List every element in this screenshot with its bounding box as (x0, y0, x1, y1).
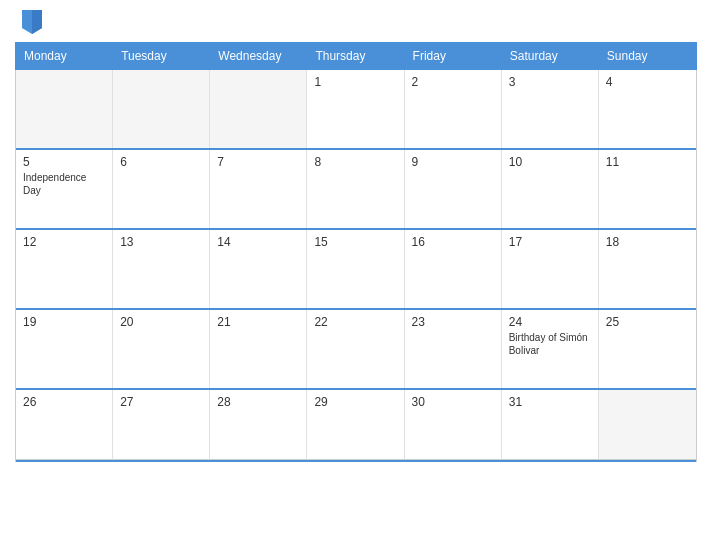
calendar-cell: 29 (307, 390, 404, 460)
calendar-cell: 12 (16, 230, 113, 308)
calendar-cell: 10 (502, 150, 599, 228)
calendar-container: MondayTuesdayWednesdayThursdayFridaySatu… (0, 0, 712, 550)
calendar-cell: 17 (502, 230, 599, 308)
calendar-cell: 8 (307, 150, 404, 228)
day-header-thursday: Thursday (307, 43, 404, 69)
cell-day-number: 25 (606, 315, 689, 329)
calendar-cell (113, 70, 210, 148)
cell-day-number: 17 (509, 235, 591, 249)
svg-marker-1 (32, 10, 42, 34)
cell-day-number: 2 (412, 75, 494, 89)
calendar-cell: 5Independence Day (16, 150, 113, 228)
cell-day-number: 9 (412, 155, 494, 169)
cell-day-number: 6 (120, 155, 202, 169)
calendar-cell (16, 70, 113, 148)
calendar-cell: 11 (599, 150, 696, 228)
calendar-cell: 31 (502, 390, 599, 460)
cell-day-number: 8 (314, 155, 396, 169)
cell-day-number: 22 (314, 315, 396, 329)
day-header-saturday: Saturday (502, 43, 599, 69)
calendar-cell (599, 390, 696, 460)
cell-day-number: 31 (509, 395, 591, 409)
logo (20, 10, 42, 34)
day-header-wednesday: Wednesday (210, 43, 307, 69)
calendar-cell: 9 (405, 150, 502, 228)
cell-day-number: 30 (412, 395, 494, 409)
cell-day-number: 14 (217, 235, 299, 249)
cell-day-number: 10 (509, 155, 591, 169)
day-header-tuesday: Tuesday (113, 43, 210, 69)
calendar-cell: 26 (16, 390, 113, 460)
calendar-week-1: 1234 (16, 70, 696, 150)
cell-day-number: 1 (314, 75, 396, 89)
calendar-cell: 7 (210, 150, 307, 228)
calendar-week-2: 5Independence Day67891011 (16, 150, 696, 230)
cell-day-number: 12 (23, 235, 105, 249)
calendar-cell: 15 (307, 230, 404, 308)
calendar-cell: 19 (16, 310, 113, 388)
calendar-cell: 30 (405, 390, 502, 460)
cell-day-number: 20 (120, 315, 202, 329)
cell-day-number: 26 (23, 395, 105, 409)
day-header-sunday: Sunday (599, 43, 696, 69)
logo-icon (22, 10, 42, 34)
calendar-week-5: 262728293031 (16, 390, 696, 462)
calendar-week-4: 192021222324Birthday of Simón Bolivar25 (16, 310, 696, 390)
cell-day-number: 13 (120, 235, 202, 249)
cell-day-number: 24 (509, 315, 591, 329)
calendar-cell: 2 (405, 70, 502, 148)
cell-event: Birthday of Simón Bolivar (509, 331, 591, 357)
day-header-monday: Monday (16, 43, 113, 69)
calendar-cell: 20 (113, 310, 210, 388)
calendar-cell: 27 (113, 390, 210, 460)
cell-day-number: 21 (217, 315, 299, 329)
calendar-cell: 14 (210, 230, 307, 308)
cell-day-number: 23 (412, 315, 494, 329)
cell-day-number: 27 (120, 395, 202, 409)
cell-day-number: 18 (606, 235, 689, 249)
calendar-cell: 16 (405, 230, 502, 308)
cell-day-number: 7 (217, 155, 299, 169)
calendar-cell: 13 (113, 230, 210, 308)
calendar-cell: 24Birthday of Simón Bolivar (502, 310, 599, 388)
cell-day-number: 11 (606, 155, 689, 169)
calendar-cell: 22 (307, 310, 404, 388)
cell-day-number: 16 (412, 235, 494, 249)
cell-day-number: 19 (23, 315, 105, 329)
calendar-cell: 4 (599, 70, 696, 148)
calendar-week-3: 12131415161718 (16, 230, 696, 310)
calendar-cell: 28 (210, 390, 307, 460)
cell-day-number: 28 (217, 395, 299, 409)
calendar-cell: 23 (405, 310, 502, 388)
calendar-grid: 12345Independence Day6789101112131415161… (15, 70, 697, 462)
calendar-header (15, 10, 697, 34)
cell-day-number: 4 (606, 75, 689, 89)
cell-event: Independence Day (23, 171, 105, 197)
day-header-friday: Friday (405, 43, 502, 69)
calendar-cell: 21 (210, 310, 307, 388)
calendar-cell: 6 (113, 150, 210, 228)
calendar-cell (210, 70, 307, 148)
calendar-cell: 3 (502, 70, 599, 148)
cell-day-number: 3 (509, 75, 591, 89)
cell-day-number: 29 (314, 395, 396, 409)
calendar-cell: 25 (599, 310, 696, 388)
calendar-cell: 1 (307, 70, 404, 148)
cell-day-number: 5 (23, 155, 105, 169)
day-headers-row: MondayTuesdayWednesdayThursdayFridaySatu… (15, 42, 697, 70)
cell-day-number: 15 (314, 235, 396, 249)
calendar-cell: 18 (599, 230, 696, 308)
